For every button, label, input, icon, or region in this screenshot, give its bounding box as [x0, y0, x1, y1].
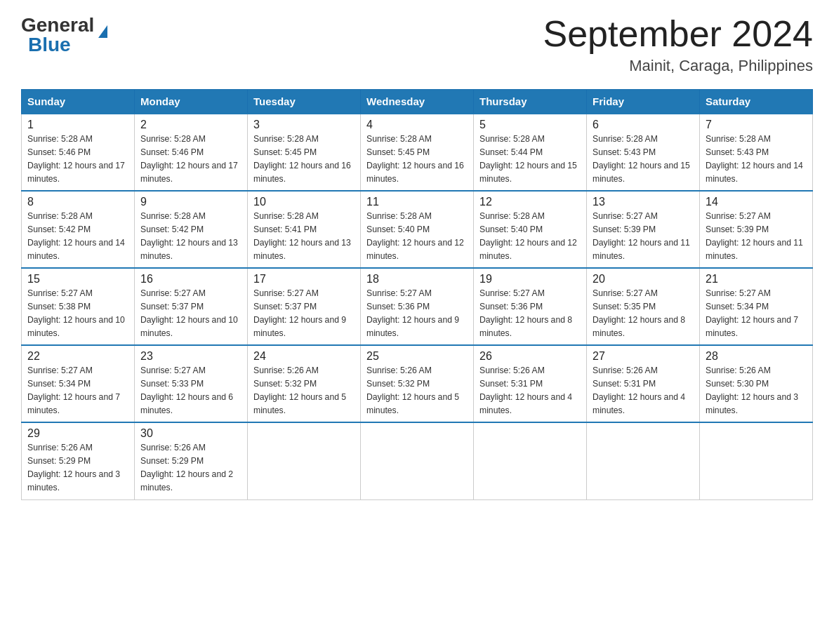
day-info: Sunrise: 5:27 AMSunset: 5:34 PMDaylight:… — [27, 364, 128, 417]
calendar-cell: 25Sunrise: 5:26 AMSunset: 5:32 PMDayligh… — [361, 345, 474, 422]
calendar-cell: 27Sunrise: 5:26 AMSunset: 5:31 PMDayligh… — [587, 345, 700, 422]
calendar-cell: 28Sunrise: 5:26 AMSunset: 5:30 PMDayligh… — [700, 345, 813, 422]
day-number: 29 — [27, 427, 128, 440]
day-number: 2 — [140, 119, 241, 131]
calendar-cell: 7Sunrise: 5:28 AMSunset: 5:43 PMDaylight… — [700, 114, 813, 191]
calendar-header-row: SundayMondayTuesdayWednesdayThursdayFrid… — [22, 90, 813, 114]
calendar-cell: 18Sunrise: 5:27 AMSunset: 5:36 PMDayligh… — [361, 268, 474, 345]
calendar-cell: 20Sunrise: 5:27 AMSunset: 5:35 PMDayligh… — [587, 268, 700, 345]
col-header-wednesday: Wednesday — [361, 90, 474, 114]
title-block: September 2024 Mainit, Caraga, Philippin… — [543, 14, 814, 75]
day-info: Sunrise: 5:27 AMSunset: 5:39 PMDaylight:… — [706, 210, 807, 263]
calendar-cell — [587, 422, 700, 499]
day-info: Sunrise: 5:26 AMSunset: 5:31 PMDaylight:… — [593, 364, 694, 417]
day-number: 5 — [479, 119, 581, 131]
day-info: Sunrise: 5:28 AMSunset: 5:42 PMDaylight:… — [140, 210, 241, 263]
day-info: Sunrise: 5:28 AMSunset: 5:41 PMDaylight:… — [253, 210, 355, 263]
calendar-cell — [361, 422, 474, 499]
day-number: 24 — [253, 350, 355, 363]
calendar-week-row: 8Sunrise: 5:28 AMSunset: 5:42 PMDaylight… — [22, 191, 813, 268]
day-info: Sunrise: 5:27 AMSunset: 5:36 PMDaylight:… — [479, 287, 581, 340]
calendar-cell — [700, 422, 813, 499]
day-number: 11 — [366, 196, 468, 208]
day-info: Sunrise: 5:28 AMSunset: 5:46 PMDaylight:… — [27, 133, 128, 186]
day-info: Sunrise: 5:28 AMSunset: 5:43 PMDaylight:… — [593, 133, 694, 186]
day-number: 20 — [593, 273, 694, 286]
day-number: 1 — [27, 119, 128, 131]
day-info: Sunrise: 5:27 AMSunset: 5:33 PMDaylight:… — [140, 364, 241, 417]
calendar-cell: 16Sunrise: 5:27 AMSunset: 5:37 PMDayligh… — [135, 268, 248, 345]
calendar-cell: 23Sunrise: 5:27 AMSunset: 5:33 PMDayligh… — [135, 345, 248, 422]
calendar-cell: 12Sunrise: 5:28 AMSunset: 5:40 PMDayligh… — [474, 191, 587, 268]
day-info: Sunrise: 5:28 AMSunset: 5:45 PMDaylight:… — [253, 133, 355, 186]
day-number: 19 — [479, 273, 581, 286]
day-info: Sunrise: 5:26 AMSunset: 5:29 PMDaylight:… — [27, 441, 128, 495]
day-number: 10 — [253, 196, 355, 208]
calendar-cell: 17Sunrise: 5:27 AMSunset: 5:37 PMDayligh… — [248, 268, 361, 345]
col-header-friday: Friday — [587, 90, 700, 114]
page-header: General Blue September 2024 Mainit, Cara… — [21, 14, 813, 75]
col-header-thursday: Thursday — [474, 90, 587, 114]
day-number: 17 — [253, 273, 355, 286]
day-number: 4 — [366, 119, 468, 131]
calendar-cell: 21Sunrise: 5:27 AMSunset: 5:34 PMDayligh… — [700, 268, 813, 345]
day-info: Sunrise: 5:26 AMSunset: 5:29 PMDaylight:… — [140, 441, 241, 495]
day-number: 18 — [366, 273, 468, 286]
day-number: 6 — [593, 119, 694, 131]
calendar-cell: 11Sunrise: 5:28 AMSunset: 5:40 PMDayligh… — [361, 191, 474, 268]
calendar-cell: 15Sunrise: 5:27 AMSunset: 5:38 PMDayligh… — [22, 268, 135, 345]
col-header-sunday: Sunday — [22, 90, 135, 114]
calendar-cell — [248, 422, 361, 499]
calendar-cell: 5Sunrise: 5:28 AMSunset: 5:44 PMDaylight… — [474, 114, 587, 191]
day-info: Sunrise: 5:28 AMSunset: 5:40 PMDaylight:… — [479, 210, 581, 263]
day-number: 14 — [706, 196, 807, 208]
day-info: Sunrise: 5:27 AMSunset: 5:37 PMDaylight:… — [140, 287, 241, 340]
logo: General Blue — [21, 14, 107, 56]
col-header-monday: Monday — [135, 90, 248, 114]
calendar-cell: 10Sunrise: 5:28 AMSunset: 5:41 PMDayligh… — [248, 191, 361, 268]
day-number: 16 — [140, 273, 241, 286]
day-info: Sunrise: 5:26 AMSunset: 5:32 PMDaylight:… — [366, 364, 468, 417]
day-number: 15 — [27, 273, 128, 286]
calendar-cell: 14Sunrise: 5:27 AMSunset: 5:39 PMDayligh… — [700, 191, 813, 268]
day-info: Sunrise: 5:26 AMSunset: 5:30 PMDaylight:… — [706, 364, 807, 417]
day-number: 23 — [140, 350, 241, 363]
calendar-cell: 24Sunrise: 5:26 AMSunset: 5:32 PMDayligh… — [248, 345, 361, 422]
day-info: Sunrise: 5:27 AMSunset: 5:38 PMDaylight:… — [27, 287, 128, 340]
calendar-cell: 26Sunrise: 5:26 AMSunset: 5:31 PMDayligh… — [474, 345, 587, 422]
day-number: 26 — [479, 350, 581, 363]
day-info: Sunrise: 5:27 AMSunset: 5:36 PMDaylight:… — [366, 287, 468, 340]
day-info: Sunrise: 5:28 AMSunset: 5:43 PMDaylight:… — [706, 133, 807, 186]
day-number: 12 — [479, 196, 581, 208]
month-year: September 2024 — [543, 14, 814, 54]
calendar-cell — [474, 422, 587, 499]
day-info: Sunrise: 5:27 AMSunset: 5:35 PMDaylight:… — [593, 287, 694, 340]
col-header-saturday: Saturday — [700, 90, 813, 114]
day-number: 25 — [366, 350, 468, 363]
col-header-tuesday: Tuesday — [248, 90, 361, 114]
calendar-cell: 3Sunrise: 5:28 AMSunset: 5:45 PMDaylight… — [248, 114, 361, 191]
calendar-cell: 13Sunrise: 5:27 AMSunset: 5:39 PMDayligh… — [587, 191, 700, 268]
day-info: Sunrise: 5:27 AMSunset: 5:34 PMDaylight:… — [706, 287, 807, 340]
calendar-cell: 2Sunrise: 5:28 AMSunset: 5:46 PMDaylight… — [135, 114, 248, 191]
calendar-cell: 30Sunrise: 5:26 AMSunset: 5:29 PMDayligh… — [135, 422, 248, 499]
day-info: Sunrise: 5:28 AMSunset: 5:42 PMDaylight:… — [27, 210, 128, 263]
day-info: Sunrise: 5:28 AMSunset: 5:45 PMDaylight:… — [366, 133, 468, 186]
calendar-cell: 6Sunrise: 5:28 AMSunset: 5:43 PMDaylight… — [587, 114, 700, 191]
calendar-cell: 19Sunrise: 5:27 AMSunset: 5:36 PMDayligh… — [474, 268, 587, 345]
day-info: Sunrise: 5:28 AMSunset: 5:44 PMDaylight:… — [479, 133, 581, 186]
day-info: Sunrise: 5:26 AMSunset: 5:32 PMDaylight:… — [253, 364, 355, 417]
day-number: 28 — [706, 350, 807, 363]
calendar-week-row: 1Sunrise: 5:28 AMSunset: 5:46 PMDaylight… — [22, 114, 813, 191]
day-number: 22 — [27, 350, 128, 363]
day-number: 13 — [593, 196, 694, 208]
logo-blue-text: Blue — [28, 34, 71, 55]
day-number: 3 — [253, 119, 355, 131]
day-info: Sunrise: 5:27 AMSunset: 5:39 PMDaylight:… — [593, 210, 694, 263]
day-info: Sunrise: 5:28 AMSunset: 5:40 PMDaylight:… — [366, 210, 468, 263]
calendar-cell: 8Sunrise: 5:28 AMSunset: 5:42 PMDaylight… — [22, 191, 135, 268]
calendar-table: SundayMondayTuesdayWednesdayThursdayFrid… — [21, 89, 813, 500]
location: Mainit, Caraga, Philippines — [543, 57, 814, 75]
day-info: Sunrise: 5:28 AMSunset: 5:46 PMDaylight:… — [140, 133, 241, 186]
calendar-cell: 9Sunrise: 5:28 AMSunset: 5:42 PMDaylight… — [135, 191, 248, 268]
